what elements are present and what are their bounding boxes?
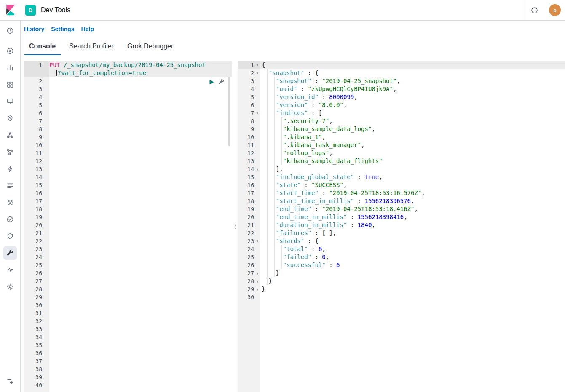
request-line[interactable] bbox=[49, 221, 232, 229]
response-line[interactable]: } bbox=[260, 277, 565, 285]
fold-open-icon[interactable]: ▾ bbox=[255, 69, 260, 77]
request-line[interactable] bbox=[49, 189, 232, 197]
response-line[interactable]: ".kibana_1", bbox=[260, 133, 565, 141]
request-code[interactable]: PUT /_snapshot/my_backup/2019-04-25_snap… bbox=[49, 61, 232, 392]
sidebar-item-discover[interactable] bbox=[3, 44, 17, 58]
fold-close-icon[interactable]: ▴ bbox=[255, 269, 260, 277]
menu-link-settings[interactable]: Settings bbox=[51, 26, 74, 32]
request-line[interactable] bbox=[49, 293, 232, 301]
response-line[interactable]: "include_global_state" : true, bbox=[260, 173, 565, 181]
sidebar-item-management[interactable] bbox=[3, 280, 17, 293]
request-editor[interactable]: 1234567891011121314151617181920212223242… bbox=[24, 61, 232, 392]
sidebar-item-metrics[interactable] bbox=[3, 196, 17, 209]
request-line[interactable] bbox=[49, 205, 232, 213]
request-line[interactable] bbox=[49, 365, 232, 373]
response-line[interactable]: "total" : 6, bbox=[260, 245, 565, 253]
request-line[interactable] bbox=[49, 133, 232, 141]
request-line[interactable] bbox=[49, 77, 232, 85]
response-line[interactable]: "start_time" : "2019-04-25T18:53:16.576Z… bbox=[260, 189, 565, 197]
response-line[interactable]: } bbox=[260, 285, 565, 293]
response-line[interactable]: ".security-7", bbox=[260, 117, 565, 125]
sidebar-item-graph[interactable] bbox=[3, 145, 17, 159]
request-line[interactable] bbox=[49, 341, 232, 349]
request-line[interactable] bbox=[49, 317, 232, 325]
request-line[interactable] bbox=[49, 93, 232, 101]
user-avatar[interactable]: e bbox=[549, 4, 561, 16]
tab-console[interactable]: Console bbox=[24, 37, 61, 55]
menu-link-help[interactable]: Help bbox=[81, 26, 94, 32]
request-line[interactable] bbox=[49, 117, 232, 125]
request-line[interactable]: PUT /_snapshot/my_backup/2019-04-25_snap… bbox=[49, 61, 232, 69]
sidebar-item-visualize[interactable] bbox=[3, 61, 17, 75]
sidebar-item-uptime[interactable] bbox=[3, 213, 17, 226]
sidebar-item-stack-monitoring[interactable] bbox=[3, 263, 17, 277]
fold-open-icon[interactable]: ▾ bbox=[255, 61, 260, 69]
request-line[interactable] bbox=[49, 245, 232, 253]
fold-close-icon[interactable]: ▴ bbox=[255, 277, 260, 285]
response-line[interactable]: ], bbox=[260, 165, 565, 173]
response-line[interactable]: "end_time_in_millis" : 1556218398416, bbox=[260, 213, 565, 221]
request-line[interactable] bbox=[49, 277, 232, 285]
request-line[interactable] bbox=[49, 269, 232, 277]
request-line[interactable] bbox=[49, 181, 232, 189]
request-line[interactable] bbox=[49, 253, 232, 261]
request-line[interactable] bbox=[49, 197, 232, 205]
response-line[interactable]: "successful" : 6 bbox=[260, 261, 565, 269]
response-line[interactable]: "start_time_in_millis" : 1556218396576, bbox=[260, 197, 565, 205]
request-line[interactable] bbox=[49, 381, 232, 389]
response-line[interactable]: "failures" : [ ], bbox=[260, 229, 565, 237]
sidebar-item-maps[interactable] bbox=[3, 112, 17, 125]
request-line[interactable] bbox=[49, 165, 232, 173]
request-line[interactable] bbox=[49, 213, 232, 221]
response-line[interactable]: "end_time" : "2019-04-25T18:53:18.416Z", bbox=[260, 205, 565, 213]
sidebar-item-dev-tools[interactable] bbox=[3, 246, 17, 260]
request-line[interactable] bbox=[49, 309, 232, 317]
request-line[interactable] bbox=[49, 357, 232, 365]
request-line[interactable] bbox=[49, 125, 232, 133]
request-line[interactable] bbox=[49, 373, 232, 381]
sidebar-item-canvas[interactable] bbox=[3, 95, 17, 108]
request-line[interactable] bbox=[49, 101, 232, 109]
tab-grok-debugger[interactable]: Grok Debugger bbox=[122, 37, 178, 55]
request-line[interactable] bbox=[49, 333, 232, 341]
response-line[interactable]: "version_id" : 8000099, bbox=[260, 93, 565, 101]
response-line[interactable]: "duration_in_millis" : 1840, bbox=[260, 221, 565, 229]
response-line[interactable]: "rollup_logs", bbox=[260, 149, 565, 157]
request-line[interactable]: ?wait_for_completion=true bbox=[49, 69, 232, 77]
response-line[interactable]: ".kibana_task_manager", bbox=[260, 141, 565, 149]
sidebar-item-recently-viewed[interactable] bbox=[3, 24, 17, 37]
response-line[interactable]: "snapshot" : { bbox=[260, 69, 565, 77]
request-line[interactable] bbox=[49, 237, 232, 245]
split-resize-handle[interactable]: ⋮ bbox=[232, 61, 238, 392]
response-line[interactable]: "version" : "8.0.0", bbox=[260, 101, 565, 109]
response-line[interactable]: "snapshot" : "2019-04-25_snapshot", bbox=[260, 77, 565, 85]
request-line[interactable] bbox=[49, 173, 232, 181]
response-line[interactable]: "failed" : 0, bbox=[260, 253, 565, 261]
fold-close-icon[interactable]: ▴ bbox=[255, 285, 260, 293]
sidebar-item-apm[interactable] bbox=[3, 162, 17, 176]
sidebar-item-logs[interactable] bbox=[3, 179, 17, 192]
response-line[interactable]: { bbox=[260, 61, 565, 69]
response-line[interactable]: "uuid" : "zkUpwgHCQlCyBP4IU8jk9A", bbox=[260, 85, 565, 93]
request-line[interactable] bbox=[49, 301, 232, 309]
fold-open-icon[interactable]: ▾ bbox=[255, 109, 260, 117]
menu-link-history[interactable]: History bbox=[24, 26, 44, 32]
help-button[interactable] bbox=[525, 7, 544, 14]
request-line[interactable] bbox=[49, 85, 232, 93]
response-line[interactable]: "kibana_sample_data_flights" bbox=[260, 157, 565, 165]
response-line[interactable]: } bbox=[260, 269, 565, 277]
kibana-logo[interactable] bbox=[0, 5, 21, 16]
response-line[interactable]: "state" : "SUCCESS", bbox=[260, 181, 565, 189]
fold-open-icon[interactable]: ▾ bbox=[255, 237, 260, 245]
response-line[interactable] bbox=[260, 293, 565, 301]
fold-close-icon[interactable]: ▴ bbox=[255, 165, 260, 173]
response-line[interactable]: "kibana_sample_data_logs", bbox=[260, 125, 565, 133]
request-line[interactable] bbox=[49, 261, 232, 269]
request-line[interactable] bbox=[49, 325, 232, 333]
tab-search-profiler[interactable]: Search Profiler bbox=[64, 37, 119, 55]
request-line[interactable] bbox=[49, 349, 232, 357]
response-line[interactable]: "indices" : [ bbox=[260, 109, 565, 117]
request-line[interactable] bbox=[49, 229, 232, 237]
sidebar-item-siem[interactable] bbox=[3, 229, 17, 243]
request-line[interactable] bbox=[49, 109, 232, 117]
